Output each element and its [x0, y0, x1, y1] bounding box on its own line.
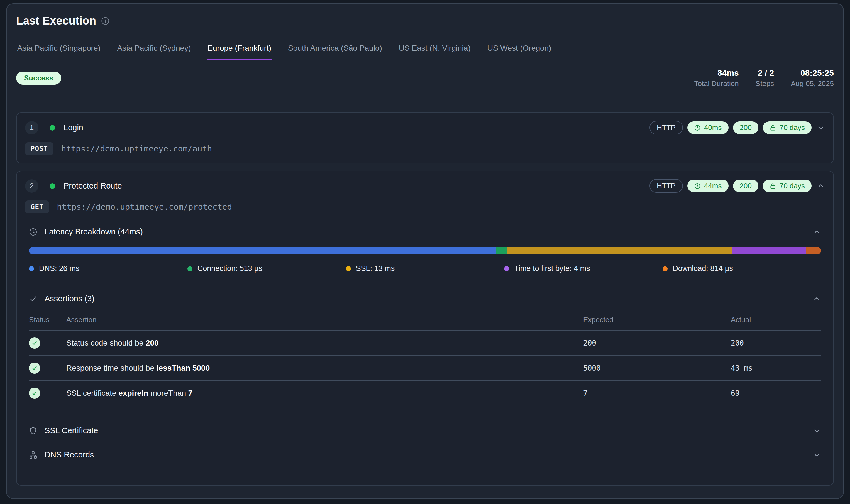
latency-segment-ttfb [731, 247, 806, 254]
duration-badge: 44ms [687, 180, 728, 192]
request-url: https://demo.uptimeeye.com/protected [57, 202, 232, 212]
step-card-login: 1 Login HTTP 40ms 200 [16, 112, 834, 163]
check-circle-icon [29, 388, 40, 399]
legend-item-download: Download: 814 µs [663, 264, 821, 273]
tab-europe-frankfurt[interactable]: Europe (Frankfurt) [207, 40, 272, 60]
actual-value: 69 [731, 389, 821, 397]
tab-us-east-n-virginia[interactable]: US East (N. Virginia) [398, 40, 471, 60]
step-title: Protected Route [64, 181, 122, 191]
legend-dot [663, 266, 668, 271]
chevron-up-icon[interactable] [817, 182, 825, 190]
ssl-days-badge: 70 days [763, 121, 812, 134]
table-row: Response time should be lessThan 5000 50… [29, 356, 821, 381]
panel-header: Last Execution [16, 15, 834, 27]
actual-value: 43 ms [731, 364, 821, 372]
latency-segment-ssl [507, 247, 731, 254]
status-code-badge: 200 [733, 121, 758, 134]
latency-segment-download [806, 247, 821, 254]
assertion-text: SSL certificate expireIn moreThan 7 [66, 389, 583, 398]
step-header-login[interactable]: 1 Login HTTP 40ms 200 [25, 121, 825, 134]
legend-item-ssl: SSL: 13 ms [346, 264, 504, 273]
expected-value: 200 [583, 339, 731, 347]
http-method-badge: POST [25, 142, 53, 155]
step-number-badge: 1 [25, 121, 38, 134]
region-tabs: Asia Pacific (Singapore) Asia Pacific (S… [16, 40, 834, 60]
http-method-badge: GET [25, 200, 49, 213]
tab-asia-pacific-singapore[interactable]: Asia Pacific (Singapore) [17, 40, 101, 60]
status-code-badge: 200 [733, 180, 758, 192]
check-circle-icon [29, 362, 40, 374]
dns-records-header[interactable]: DNS Records [29, 450, 821, 460]
network-icon [29, 451, 37, 459]
clock-icon [694, 183, 701, 190]
ssl-certificate-header[interactable]: SSL Certificate [29, 426, 821, 435]
info-icon[interactable] [101, 17, 109, 25]
step-card-protected-route: 2 Protected Route HTTP 44ms 200 [16, 171, 834, 486]
legend-item-connection: Connection: 513 µs [187, 264, 346, 273]
ssl-certificate-title: SSL Certificate [44, 426, 98, 435]
stat-total-duration: 84ms Total Duration [694, 68, 739, 88]
assertions-table-header: Status Assertion Expected Actual [29, 316, 821, 331]
legend-dot [346, 266, 351, 271]
dns-records-title: DNS Records [44, 450, 94, 460]
summary-stats: 84ms Total Duration 2 / 2 Steps 08:25:25… [694, 68, 834, 88]
latency-segment-connection [496, 247, 507, 254]
step-number-badge: 2 [25, 179, 38, 193]
chevron-up-icon[interactable] [813, 294, 821, 303]
check-circle-icon [29, 338, 40, 349]
legend-dot [29, 266, 34, 271]
step-badges: HTTP 40ms 200 70 da [650, 121, 812, 134]
expected-value: 5000 [583, 364, 731, 372]
latency-breakdown-header[interactable]: Latency Breakdown (44ms) [29, 227, 821, 236]
tab-south-america-sao-paulo[interactable]: South America (São Paulo) [287, 40, 383, 60]
ssl-days-badge: 70 days [763, 180, 812, 192]
chevron-down-icon[interactable] [817, 124, 825, 132]
clock-icon [29, 228, 37, 236]
latency-stacked-bar [29, 247, 821, 254]
expected-value: 7 [583, 389, 731, 397]
assertion-text: Status code should be 200 [66, 339, 583, 347]
request-line: GET https://demo.uptimeeye.com/protected [25, 200, 825, 213]
chevron-down-icon[interactable] [813, 451, 821, 459]
execution-summary: Success 84ms Total Duration 2 / 2 Steps … [16, 60, 834, 97]
protocol-badge: HTTP [650, 121, 683, 134]
legend-dot [187, 266, 193, 271]
legend-item-ttfb: Time to first byte: 4 ms [504, 264, 663, 273]
request-line: POST https://demo.uptimeeye.com/auth [25, 142, 825, 155]
assertions-title: Assertions (3) [44, 294, 94, 303]
page-title: Last Execution [16, 15, 96, 27]
last-execution-panel: Last Execution Asia Pacific (Singapore) … [6, 3, 844, 499]
lock-icon [770, 124, 776, 131]
latency-legend: DNS: 26 ms Connection: 513 µs SSL: 13 ms… [29, 264, 821, 273]
latency-segment-dns [29, 247, 496, 254]
step-header-protected-route[interactable]: 2 Protected Route HTTP 44ms 200 [25, 179, 825, 193]
step-status-dot [50, 183, 55, 189]
duration-badge: 40ms [687, 121, 728, 134]
status-badge: Success [16, 72, 61, 85]
table-row: Status code should be 200 200 200 [29, 331, 821, 356]
clock-icon [694, 124, 701, 131]
latency-breakdown-title: Latency Breakdown (44ms) [44, 227, 143, 236]
step-title: Login [64, 123, 83, 132]
actual-value: 200 [731, 339, 821, 347]
assertions-table: Status Assertion Expected Actual Status … [29, 316, 821, 406]
tab-us-west-oregon[interactable]: US West (Oregon) [487, 40, 552, 60]
assertions-header[interactable]: Assertions (3) [29, 294, 821, 303]
shield-icon [29, 427, 37, 435]
assertion-text: Response time should be lessThan 5000 [66, 364, 583, 373]
request-url: https://demo.uptimeeye.com/auth [61, 144, 212, 154]
chevron-up-icon[interactable] [813, 228, 821, 236]
tab-asia-pacific-sydney[interactable]: Asia Pacific (Sydney) [117, 40, 192, 60]
chevron-down-icon[interactable] [813, 427, 821, 435]
lock-icon [770, 183, 776, 190]
legend-dot [504, 266, 509, 271]
check-icon [29, 294, 37, 303]
table-row: SSL certificate expireIn moreThan 7 7 69 [29, 381, 821, 406]
step-status-dot [50, 125, 55, 131]
stat-timestamp: 08:25:25 Aug 05, 2025 [791, 68, 834, 88]
step-badges: HTTP 44ms 200 70 da [650, 179, 812, 193]
legend-item-dns: DNS: 26 ms [29, 264, 187, 273]
protocol-badge: HTTP [650, 179, 683, 193]
stat-steps: 2 / 2 Steps [756, 68, 774, 88]
